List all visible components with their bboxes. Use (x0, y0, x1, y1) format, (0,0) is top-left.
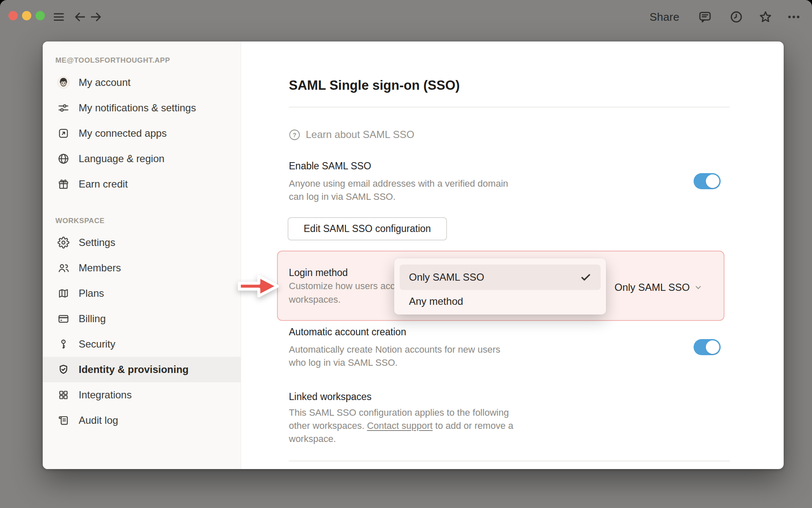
enable-sso-toggle[interactable] (694, 173, 721, 189)
more-options-icon[interactable] (787, 10, 801, 24)
login-method-selected-value: Only SAML SSO (614, 282, 690, 293)
globe-icon (57, 152, 70, 165)
sidebar-item-label: Security (79, 338, 115, 350)
option-label: Any method (409, 295, 463, 307)
learn-about-saml-link[interactable]: ? Learn about SAML SSO (289, 128, 414, 141)
dropdown-option-only-saml-sso[interactable]: Only SAML SSO (400, 265, 601, 290)
sidebar-item-label: My notifications & settings (79, 102, 196, 114)
sidebar-item-security[interactable]: Security (43, 331, 241, 357)
sidebar-item-label: Settings (79, 237, 115, 248)
credit-card-icon (57, 312, 70, 325)
back-arrow-icon[interactable] (73, 10, 87, 24)
linked-workspaces-description: This SAML SSO configuration applies to t… (289, 406, 526, 445)
sidebar-item-integrations[interactable]: Integrations (43, 382, 241, 408)
sidebar-item-language-region[interactable]: Language & region (43, 146, 241, 171)
map-icon (57, 287, 70, 300)
sidebar-item-label: Plans (79, 287, 104, 299)
comments-icon[interactable] (698, 10, 712, 24)
sidebar-item-label: Integrations (79, 389, 132, 401)
sidebar-item-label: Language & region (79, 153, 165, 165)
sidebar-item-label: My account (79, 77, 131, 88)
chevron-down-icon (694, 283, 703, 292)
sidebar-item-label: Earn credit (79, 178, 128, 190)
login-method-dropdown-menu: Only SAML SSO Any method (394, 258, 606, 315)
forward-arrow-icon[interactable] (89, 10, 103, 24)
sidebar-item-label: Members (79, 262, 121, 274)
sidebar-item-label: My connected apps (79, 127, 167, 139)
sidebar-item-plans[interactable]: Plans (43, 281, 241, 306)
minimize-window-button[interactable] (22, 11, 31, 20)
annotation-arrow-icon (236, 272, 280, 302)
toggle-knob (706, 340, 719, 354)
sidebar-item-billing[interactable]: Billing (43, 306, 241, 331)
check-icon (579, 271, 592, 284)
hamburger-menu-icon[interactable] (52, 10, 66, 24)
sidebar-item-connected-apps[interactable]: My connected apps (43, 121, 241, 146)
enable-sso-title: Enable SAML SSO (289, 159, 371, 173)
external-link-icon (57, 127, 70, 140)
option-label: Only SAML SSO (409, 271, 484, 283)
auto-account-description: Automatically create Notion accounts for… (289, 343, 519, 369)
bottom-divider (289, 461, 730, 461)
desktop-background: Share ME@TOOLSFORTHOUGHT.APP My account (0, 0, 812, 508)
history-clock-icon[interactable] (729, 10, 743, 24)
page-title: SAML Single sign-on (SSO) (289, 77, 460, 94)
login-method-select[interactable]: Only SAML SSO (614, 281, 703, 294)
help-circle-icon: ? (289, 129, 300, 141)
sidebar-item-notifications-settings[interactable]: My notifications & settings (43, 95, 241, 121)
account-email-header: ME@TOOLSFORTHOUGHT.APP (43, 54, 241, 67)
workspace-section-header: WORKSPACE (43, 214, 241, 228)
toggle-knob (706, 174, 719, 188)
svg-text:?: ? (293, 131, 296, 138)
linked-workspaces-title: Linked workspaces (289, 390, 372, 403)
sidebar-item-label: Identity & provisioning (79, 364, 189, 375)
title-divider (289, 107, 730, 108)
key-icon (57, 338, 70, 351)
sidebar-item-members[interactable]: Members (43, 255, 241, 281)
auto-account-title: Automatic account creation (289, 325, 406, 339)
settings-sidebar: ME@TOOLSFORTHOUGHT.APP My account My not… (43, 41, 241, 469)
sidebar-item-label: Billing (79, 313, 106, 325)
account-section: My account My notifications & settings M… (43, 70, 241, 433)
learn-link-label: Learn about SAML SSO (306, 129, 414, 141)
settings-window: ME@TOOLSFORTHOUGHT.APP My account My not… (43, 41, 784, 469)
login-method-title: Login method (289, 266, 348, 279)
sidebar-item-my-account[interactable]: My account (43, 70, 241, 95)
dropdown-option-any-method[interactable]: Any method (400, 290, 601, 312)
close-window-button[interactable] (8, 11, 18, 20)
sidebar-item-label: Audit log (79, 414, 118, 426)
sidebar-item-settings[interactable]: Settings (43, 230, 241, 255)
scroll-icon (57, 414, 70, 427)
sidebar-item-audit-log[interactable]: Audit log (43, 408, 241, 433)
avatar (57, 76, 70, 89)
sliders-icon (57, 102, 70, 114)
zoom-window-button[interactable] (36, 11, 45, 20)
edit-saml-config-button[interactable]: Edit SAML SSO configuration (288, 217, 447, 240)
sidebar-item-identity-provisioning[interactable]: Identity & provisioning (43, 357, 241, 382)
gift-icon (57, 178, 70, 190)
enable-sso-description: Anyone using email addresses with a veri… (289, 177, 524, 203)
gear-icon (57, 236, 70, 249)
share-button[interactable]: Share (650, 11, 679, 24)
favorite-star-icon[interactable] (758, 10, 773, 24)
members-icon (57, 262, 70, 274)
contact-support-link[interactable]: Contact support (367, 420, 433, 431)
sidebar-item-earn-credit[interactable]: Earn credit (43, 171, 241, 197)
shield-check-icon (57, 363, 70, 376)
grid-icon (57, 389, 70, 401)
auto-account-toggle[interactable] (694, 339, 721, 355)
